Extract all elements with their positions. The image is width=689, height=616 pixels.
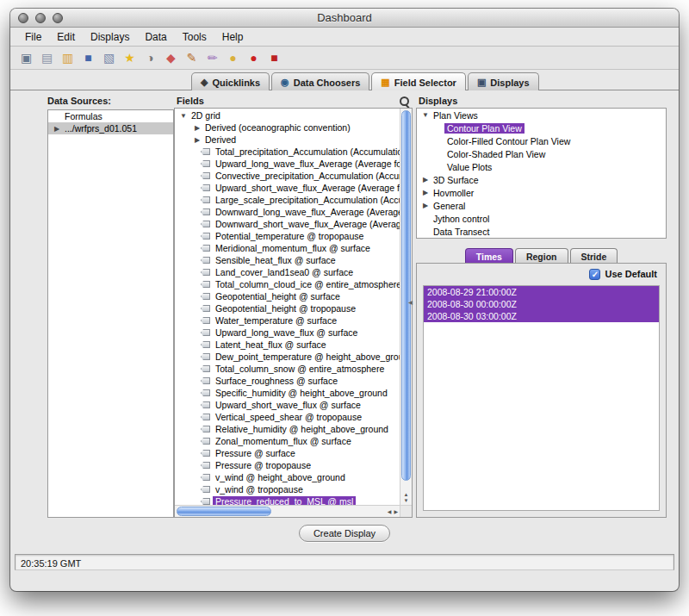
splitter-collapse-icon[interactable]: ◂ <box>408 297 413 307</box>
field-item[interactable]: Derived (oceanographic convention) <box>175 121 400 134</box>
display-item[interactable]: Value Plots <box>417 160 666 173</box>
display-item[interactable]: Hovmoller <box>417 186 666 199</box>
menu-item[interactable]: Data <box>137 28 174 46</box>
expander-icon[interactable] <box>192 136 202 144</box>
scroll-down-icon[interactable]: ▼ <box>404 498 409 503</box>
time-item[interactable]: 2008-08-30 03:00:00Z <box>424 310 659 322</box>
field-item[interactable]: Geopotential_height @ surface <box>175 290 400 302</box>
field-item[interactable]: Geopotential_height @ tropopause <box>175 302 400 314</box>
field-item[interactable]: Total_precipitation_Accumulation (Accumu… <box>175 146 400 158</box>
zoom-button[interactable] <box>53 13 63 23</box>
tab-stride[interactable]: Stride <box>570 248 618 264</box>
edit-icon[interactable]: ✎ <box>183 50 200 66</box>
field-item[interactable]: Vertical_speed_shear @ tropopause <box>175 411 400 423</box>
titlebar[interactable]: Dashboard <box>10 9 679 28</box>
field-item[interactable]: Pressure @ tropopause <box>175 459 400 471</box>
menu-item[interactable]: Displays <box>83 28 137 46</box>
field-item[interactable]: Pressure @ surface <box>175 447 400 459</box>
horizontal-scroll-thumb[interactable] <box>177 507 271 516</box>
expander-icon[interactable] <box>420 111 431 119</box>
tab-field-selector[interactable]: ▦ Field Selector <box>371 72 466 90</box>
field-item[interactable]: Zonal_momentum_flux @ surface <box>175 435 400 447</box>
field-item[interactable]: Large_scale_precipitation_Accumulation (… <box>175 194 400 206</box>
display-item[interactable]: Contour Plan View <box>417 121 666 134</box>
history-icon[interactable]: ◑ <box>142 50 158 66</box>
field-item[interactable]: Downward_short_wave_flux_Average (Averag… <box>175 218 400 230</box>
field-item[interactable]: Downward_long_wave_flux_Average (Average… <box>175 206 400 218</box>
field-item[interactable]: Upward_long_wave_flux_Average (Average f… <box>175 158 400 170</box>
draw-icon[interactable]: ✏ <box>204 50 220 66</box>
time-item[interactable]: 2008-08-30 00:00:00Z <box>424 298 659 310</box>
show-dashboard-icon[interactable]: ▣ <box>18 50 34 66</box>
menu-item[interactable]: Tools <box>175 28 214 46</box>
field-item[interactable]: Derived <box>175 134 400 146</box>
field-item[interactable]: Meridional_momentum_flux @ surface <box>175 242 400 254</box>
fields-horizontal-scrollbar[interactable]: ◀▶ <box>175 505 400 517</box>
field-item[interactable]: Sensible_heat_flux @ surface <box>175 254 400 266</box>
create-display-button[interactable]: Create Display <box>299 525 390 542</box>
field-item[interactable]: Upward_short_wave_flux @ surface <box>175 399 400 411</box>
field-item[interactable]: Water_temperature @ surface <box>175 314 400 327</box>
display-item[interactable]: Color-Shaded Plan View <box>417 147 666 160</box>
field-item[interactable]: Upward_long_wave_flux @ surface <box>175 327 400 339</box>
menu-item[interactable]: Edit <box>49 28 83 46</box>
display-label: Color-Filled Contour Plan View <box>444 136 573 146</box>
stop-icon[interactable]: ■ <box>266 50 282 66</box>
field-item[interactable]: Total_column_snow @ entire_atmosphere <box>175 363 400 375</box>
vertical-scroll-thumb[interactable] <box>401 110 411 481</box>
field-item[interactable]: Potential_temperature @ tropopause <box>175 230 400 242</box>
display-item[interactable]: Data Transect <box>417 225 666 238</box>
tab-times[interactable]: Times <box>465 248 513 264</box>
tab-quicklinks[interactable]: ◈ Quicklinks <box>191 72 270 90</box>
display-item[interactable]: Color-Filled Contour Plan View <box>417 134 666 147</box>
tab-data-choosers[interactable]: ◉ Data Choosers <box>271 72 369 90</box>
close-button[interactable] <box>18 13 28 23</box>
scroll-up-icon[interactable]: ▲ <box>404 492 409 497</box>
menu-item[interactable]: Help <box>214 28 251 46</box>
expander-icon[interactable] <box>178 112 189 120</box>
data-source-item[interactable]: .../wrfprs_d01.051 <box>48 122 173 134</box>
expander-icon[interactable] <box>192 124 202 132</box>
display-item[interactable]: 3D Surface <box>417 173 666 186</box>
erase-icon[interactable]: ◆ <box>163 50 179 66</box>
field-label: Specific_humidity @ height_above_ground <box>213 388 390 398</box>
field-item[interactable]: Land_cover_land1sea0 @ surface <box>175 266 400 278</box>
expander-icon[interactable] <box>420 202 431 209</box>
open-bundle-icon[interactable]: ▥ <box>59 50 76 66</box>
field-item[interactable]: Upward_short_wave_flux_Average (Average … <box>175 182 400 194</box>
copy-icon[interactable]: ▧ <box>101 50 117 66</box>
fields-vertical-scrollbar[interactable]: ▲▼ <box>400 109 412 505</box>
field-item[interactable]: Convective_precipitation_Accumulation (A… <box>175 170 400 182</box>
expander-icon[interactable] <box>52 125 62 133</box>
menu-item[interactable]: File <box>17 28 49 46</box>
search-fields-icon[interactable] <box>399 96 410 107</box>
field-item[interactable]: Relative_humidity @ height_above_ground <box>175 423 400 435</box>
tab-displays[interactable]: ▣ Displays <box>468 72 539 90</box>
use-default-checkbox[interactable] <box>589 269 600 280</box>
favorites-icon[interactable]: ★ <box>121 50 138 66</box>
data-source-item[interactable]: Formulas <box>48 110 173 122</box>
display-item[interactable]: General <box>417 199 666 212</box>
expander-icon[interactable] <box>420 176 431 184</box>
field-item[interactable]: Total_column_cloud_ice @ entire_atmosphe… <box>175 278 400 290</box>
scroll-left-icon[interactable]: ◀ <box>388 508 392 514</box>
save-bundle-icon[interactable]: ■ <box>80 50 96 66</box>
field-item[interactable]: v_wind @ height_above_ground <box>175 471 400 483</box>
display-item[interactable]: Plan Views <box>417 109 666 121</box>
time-item[interactable]: 2008-08-29 21:00:00Z <box>424 286 659 298</box>
field-item[interactable]: Pressure_reduced_to_MSL @ msl <box>175 495 400 505</box>
field-item[interactable]: v_wind @ tropopause <box>175 483 400 495</box>
field-item[interactable]: 2D grid <box>175 109 400 121</box>
search-icon[interactable]: ● <box>225 50 241 66</box>
display-item[interactable]: Jython control <box>417 212 666 225</box>
tab-region[interactable]: Region <box>515 248 568 264</box>
field-item[interactable]: Latent_heat_flux @ surface <box>175 339 400 351</box>
field-item[interactable]: Surface_roughness @ surface <box>175 375 400 387</box>
field-item[interactable]: Dew_point_temperature @ height_above_gro… <box>175 351 400 363</box>
new-window-icon[interactable]: ▤ <box>39 50 55 66</box>
record-icon[interactable]: ● <box>245 50 262 66</box>
field-item[interactable]: Specific_humidity @ height_above_ground <box>175 387 400 399</box>
minimize-button[interactable] <box>35 13 46 23</box>
expander-icon[interactable] <box>420 189 431 196</box>
scroll-right-icon[interactable]: ▶ <box>394 508 398 514</box>
